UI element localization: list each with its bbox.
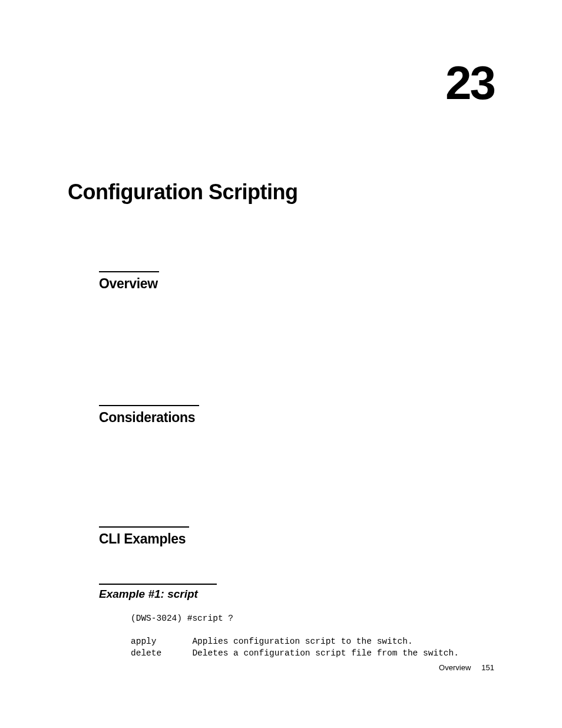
section-title-overview: Overview	[99, 276, 159, 292]
footer-page-number: 151	[481, 663, 494, 672]
code-line: apply Applies configuration script to th…	[131, 637, 413, 646]
section-title-cli: CLI Examples	[99, 531, 189, 547]
page-footer: Overview151	[439, 663, 494, 672]
code-line: (DWS-3024) #script ?	[131, 614, 233, 623]
code-block: (DWS-3024) #script ? apply Applies confi…	[131, 613, 459, 659]
subsection-title: Example #1: script	[99, 588, 217, 601]
code-line: delete Deletes a configuration script fi…	[131, 648, 459, 658]
section-considerations: Considerations	[99, 405, 199, 426]
section-rule	[99, 405, 199, 406]
subsection-rule	[99, 584, 217, 585]
section-overview: Overview	[99, 271, 159, 292]
footer-section-label: Overview	[439, 663, 471, 672]
chapter-title: Configuration Scripting	[68, 180, 297, 205]
section-rule	[99, 526, 189, 528]
section-cli-examples: CLI Examples	[99, 526, 189, 547]
section-rule	[99, 271, 159, 272]
chapter-number: 23	[445, 56, 494, 110]
section-title-considerations: Considerations	[99, 410, 199, 426]
document-page: 23 Configuration Scripting Overview Cons…	[0, 0, 562, 728]
subsection-example1: Example #1: script	[99, 584, 217, 601]
